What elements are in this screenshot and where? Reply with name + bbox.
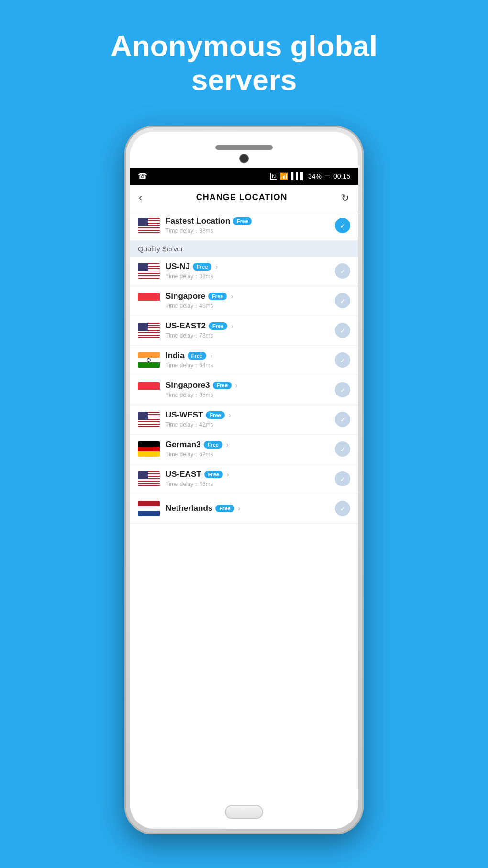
server-name-nl: Netherlands (166, 504, 212, 513)
flag-us (138, 323, 160, 338)
fastest-badge: Free (233, 217, 252, 225)
check-icon-sg: ✓ (340, 296, 346, 305)
server-info-in: IndiaFree›Time delay：64ms (166, 351, 335, 370)
free-badge-sg: Free (208, 293, 227, 300)
check-circle-us-west: ✓ (335, 412, 350, 427)
server-item-in[interactable]: IndiaFree›Time delay：64ms✓ (130, 346, 358, 375)
server-item-us-nj[interactable]: US-NJFree›Time delay：38ms✓ (130, 257, 358, 286)
home-button[interactable] (225, 805, 263, 819)
check-icon: ✓ (340, 221, 346, 230)
fastest-check: ✓ (335, 218, 350, 233)
free-badge-nl: Free (215, 505, 234, 512)
server-info-us-west: US-WESTFree›Time delay：42ms (166, 410, 335, 429)
server-item-us-east2[interactable]: US-EAST2Free›Time delay：78ms✓ (130, 316, 358, 346)
server-name-in: India (166, 351, 185, 361)
flag-nl (138, 501, 160, 516)
phone-top-area (130, 132, 358, 168)
flag-us (138, 263, 160, 279)
chevron-icon-us-east2: › (231, 322, 233, 330)
flag-sg (138, 382, 160, 397)
time-delay-de3: Time delay：62ms (166, 451, 335, 459)
server-item-de3[interactable]: German3Free›Time delay：62ms✓ (130, 435, 358, 464)
time-delay-sg: Time delay：49ms (166, 302, 335, 310)
check-icon-us-east: ✓ (340, 474, 346, 484)
server-item-nl[interactable]: NetherlandsFree›✓ (130, 494, 358, 524)
flag-sg (138, 293, 160, 308)
free-badge-us-nj: Free (193, 263, 211, 271)
server-name-us-east2: US-EAST2 (166, 321, 206, 331)
chevron-icon-sg3: › (235, 382, 238, 389)
check-icon-de3: ✓ (340, 445, 346, 454)
check-icon-nl: ✓ (340, 504, 346, 513)
chevron-icon-us-west: › (229, 411, 231, 419)
check-circle-sg3: ✓ (335, 382, 350, 397)
server-name-sg3: Singapore3 (166, 381, 210, 390)
clock: 00:15 (333, 172, 350, 180)
time-delay-sg3: Time delay：85ms (166, 391, 335, 399)
quality-server-section-header: Quality Server (130, 241, 358, 257)
check-icon-sg3: ✓ (340, 385, 346, 395)
refresh-button[interactable]: ↻ (341, 192, 349, 203)
phone-screen: ☎ N 📶 ▌▌▌ 34% ▭ 00:15 ‹ CHANGE LOCATION … (130, 132, 358, 829)
app-header: ‹ CHANGE LOCATION ↻ (130, 185, 358, 211)
time-delay-us-nj: Time delay：38ms (166, 272, 335, 281)
fastest-location-item[interactable]: Fastest Location Free Time delay：38ms ✓ (130, 211, 358, 241)
battery-icon: ▭ (324, 172, 331, 180)
server-name-us-nj: US-NJ (166, 262, 190, 271)
time-delay-us-west: Time delay：42ms (166, 421, 335, 429)
chevron-icon-sg: › (231, 293, 233, 300)
server-rows-container: US-NJFree›Time delay：38ms✓SingaporeFree›… (130, 257, 358, 524)
back-button[interactable]: ‹ (139, 192, 142, 204)
check-circle-de3: ✓ (335, 441, 350, 457)
flag-in (138, 352, 160, 368)
check-circle-us-nj: ✓ (335, 263, 350, 279)
check-circle-sg: ✓ (335, 293, 350, 308)
speaker-grille (215, 145, 273, 150)
phone-icon: ☎ (138, 171, 147, 180)
server-item-sg[interactable]: SingaporeFree›Time delay：49ms✓ (130, 286, 358, 316)
server-info-nl: NetherlandsFree› (166, 504, 335, 513)
fastest-delay: Time delay：38ms (166, 227, 335, 235)
server-info-sg: SingaporeFree›Time delay：49ms (166, 292, 335, 310)
page-title: CHANGE LOCATION (196, 192, 288, 203)
flag-us (138, 471, 160, 486)
wifi-icon: 📶 (280, 172, 288, 180)
server-list[interactable]: Fastest Location Free Time delay：38ms ✓ … (130, 211, 358, 795)
chevron-icon-us-nj: › (215, 263, 218, 271)
server-item-sg3[interactable]: Singapore3Free›Time delay：85ms✓ (130, 375, 358, 405)
fastest-info: Fastest Location Free Time delay：38ms (166, 216, 335, 235)
fastest-name: Fastest Location (166, 216, 230, 226)
status-bar: ☎ N 📶 ▌▌▌ 34% ▭ 00:15 (130, 168, 358, 185)
free-badge-sg3: Free (213, 382, 232, 389)
free-badge-de3: Free (204, 441, 222, 449)
chevron-icon-in: › (210, 352, 212, 360)
chevron-icon-de3: › (226, 441, 229, 449)
check-circle-us-east: ✓ (335, 471, 350, 486)
phone-device: ☎ N 📶 ▌▌▌ 34% ▭ 00:15 ‹ CHANGE LOCATION … (124, 126, 364, 834)
home-button-area (130, 795, 358, 829)
check-icon-us-nj: ✓ (340, 267, 346, 276)
server-item-us-east[interactable]: US-EASTFree›Time delay：46ms✓ (130, 464, 358, 494)
free-badge-us-west: Free (206, 411, 224, 419)
check-icon-in: ✓ (340, 356, 346, 365)
check-icon-us-east2: ✓ (340, 326, 346, 335)
free-badge-us-east2: Free (209, 322, 227, 330)
front-camera (239, 154, 249, 163)
time-delay-us-east: Time delay：46ms (166, 480, 335, 488)
hero-title: Anonymous global servers (77, 29, 411, 97)
free-badge-in: Free (188, 352, 206, 360)
phone-shell: ☎ N 📶 ▌▌▌ 34% ▭ 00:15 ‹ CHANGE LOCATION … (124, 126, 364, 834)
chevron-icon-nl: › (238, 505, 241, 512)
time-delay-us-east2: Time delay：78ms (166, 332, 335, 340)
server-name-sg: Singapore (166, 292, 205, 301)
check-circle-in: ✓ (335, 352, 350, 368)
check-circle-nl: ✓ (335, 501, 350, 516)
server-item-us-west[interactable]: US-WESTFree›Time delay：42ms✓ (130, 405, 358, 435)
server-info-us-nj: US-NJFree›Time delay：38ms (166, 262, 335, 281)
server-info-us-east2: US-EAST2Free›Time delay：78ms (166, 321, 335, 340)
server-info-us-east: US-EASTFree›Time delay：46ms (166, 470, 335, 488)
chevron-icon-us-east: › (227, 471, 229, 478)
server-name-de3: German3 (166, 440, 201, 450)
flag-de (138, 441, 160, 457)
server-info-de3: German3Free›Time delay：62ms (166, 440, 335, 459)
